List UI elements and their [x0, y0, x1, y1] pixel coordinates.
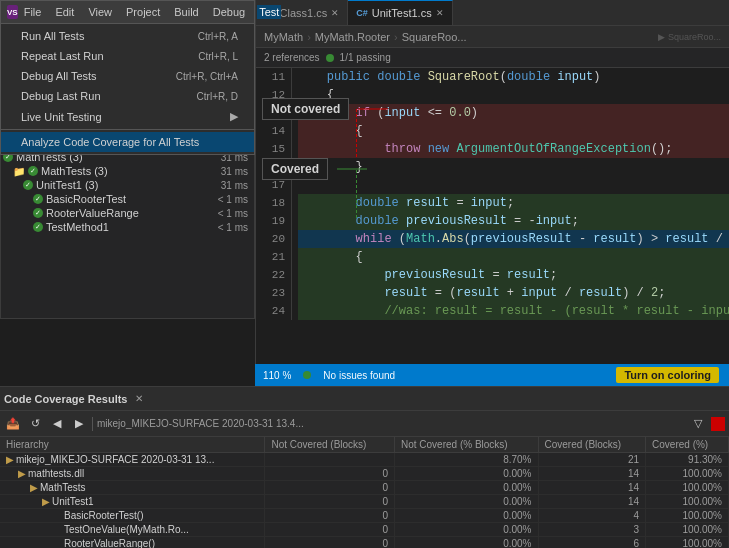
code-line-19: double previousResult = -input; [298, 212, 729, 230]
coverage-prev-btn[interactable]: ◀ [48, 415, 66, 433]
coverage-filter-btn[interactable]: ▽ [689, 415, 707, 433]
coverage-row-2[interactable]: ▶MathTests 0 0.00% 14 100.00% [0, 481, 729, 495]
code-line-22: previousResult = result; [298, 266, 729, 284]
cell-nc-blocks-6: 0 [265, 537, 395, 549]
cell-nc-blocks-4: 0 [265, 509, 395, 523]
menu-debug-all-tests[interactable]: Debug All Tests Ctrl+R, Ctrl+A [1, 66, 254, 86]
coverage-next-btn[interactable]: ▶ [70, 415, 88, 433]
tab-unittest1[interactable]: C# UnitTest1.cs ✕ [348, 0, 452, 25]
coverage-table-container[interactable]: Hierarchy Not Covered (Blocks) Not Cover… [0, 437, 729, 548]
menu-debug[interactable]: Debug [211, 5, 247, 19]
col-c-pct: Covered (%) [646, 437, 729, 453]
ref-count: 2 references [264, 52, 320, 63]
menu-items: Run All Tests Ctrl+R, A Repeat Last Run … [1, 24, 254, 154]
cell-hierarchy-0: ▶mikejo_MIKEJO-SURFACE 2020-03-31 13... [0, 453, 265, 467]
coverage-refresh-btn[interactable]: ↺ [26, 415, 44, 433]
coverage-row-1[interactable]: ▶mathtests.dll 0 0.00% 14 100.00% [0, 467, 729, 481]
pass-icon-4: ✓ [33, 208, 43, 218]
dashed-line-green [356, 170, 357, 218]
editor-statusbar: 110 % No issues found Turn on coloring [255, 364, 729, 386]
cell-c-blocks-5: 3 [538, 523, 646, 537]
menu-test[interactable]: Test [257, 5, 281, 19]
editor-refbar: 2 references 1/1 passing [256, 48, 729, 68]
code-lines[interactable]: public double SquareRoot(double input) {… [292, 68, 729, 320]
vs-logo-icon: VS [7, 5, 18, 19]
code-line-11: public double SquareRoot(double input) [298, 68, 729, 86]
cell-hierarchy-1: ▶mathtests.dll [0, 467, 265, 481]
menu-project[interactable]: Project [124, 5, 162, 19]
pass-icon-2: ✓ [23, 180, 33, 190]
cell-nc-pct-6: 0.00% [394, 537, 538, 549]
coverage-stop-btn[interactable] [711, 417, 725, 431]
menu-analyze-coverage[interactable]: Analyze Code Coverage for All Tests [1, 132, 254, 152]
code-line-18: double result = input; [298, 194, 729, 212]
test-tree-row-1[interactable]: 📁 ✓ MathTests (3) 31 ms [1, 164, 254, 178]
cell-c-pct-2: 100.00% [646, 481, 729, 495]
tab-close-unittest1[interactable]: ✕ [436, 8, 444, 18]
cell-c-pct-1: 100.00% [646, 467, 729, 481]
status-dot [303, 371, 311, 379]
cell-nc-blocks-1: 0 [265, 467, 395, 481]
menu-repeat-last-run[interactable]: Repeat Last Run Ctrl+R, L [1, 46, 254, 66]
cell-c-blocks-2: 14 [538, 481, 646, 495]
cell-nc-blocks-0 [265, 453, 395, 467]
menu-view[interactable]: View [86, 5, 114, 19]
test-tree-row-4[interactable]: ✓ RooterValueRange < 1 ms [1, 206, 254, 220]
menu-titlebar: VS File Edit View Project Build Debug Te… [1, 1, 254, 24]
cell-c-blocks-6: 6 [538, 537, 646, 549]
annotation-covered: Covered [262, 158, 328, 180]
pass-icon-3: ✓ [33, 194, 43, 204]
coverage-row-0[interactable]: ▶mikejo_MIKEJO-SURFACE 2020-03-31 13... … [0, 453, 729, 467]
col-nc-blocks: Not Covered (Blocks) [265, 437, 395, 453]
coverage-close-btn[interactable]: ✕ [135, 393, 143, 404]
cell-c-blocks-3: 14 [538, 495, 646, 509]
coverage-toolbar: 📤 ↺ ◀ ▶ mikejo_MIKEJO-SURFACE 2020-03-31… [0, 411, 729, 437]
code-line-14: { [298, 122, 729, 140]
code-line-21: { [298, 248, 729, 266]
cell-c-blocks-4: 4 [538, 509, 646, 523]
breadcrumb-sub[interactable]: MyMath.Rooter [315, 31, 390, 43]
cell-nc-pct-2: 0.00% [394, 481, 538, 495]
pass-icon-5: ✓ [33, 222, 43, 232]
code-line-20: while (Math.Abs(previousResult - result)… [298, 230, 729, 248]
cell-c-pct-0: 91.30% [646, 453, 729, 467]
pass-icon-1: ✓ [28, 166, 38, 176]
coverage-path: mikejo_MIKEJO-SURFACE 2020-03-31 13.4... [97, 418, 685, 429]
coverage-row-4[interactable]: BasicRooterTest() 0 0.00% 4 100.00% [0, 509, 729, 523]
breadcrumb-root[interactable]: MyMath [264, 31, 303, 43]
code-line-13: if (input <= 0.0) [298, 104, 729, 122]
coverage-row-3[interactable]: ▶UnitTest1 0 0.00% 14 100.00% [0, 495, 729, 509]
coverage-export-btn[interactable]: 📤 [4, 415, 22, 433]
cell-hierarchy-2: ▶MathTests [0, 481, 265, 495]
col-c-blocks: Covered (Blocks) [538, 437, 646, 453]
coverage-toolbar-sep [92, 417, 93, 431]
coverage-row-6[interactable]: RooterValueRange() 0 0.00% 6 100.00% [0, 537, 729, 549]
tab-close-class1[interactable]: ✕ [331, 8, 339, 18]
dashed-line-red [356, 109, 357, 157]
coverage-title: Code Coverage Results [4, 393, 127, 405]
code-line-12: { [298, 86, 729, 104]
menu-run-all-tests[interactable]: Run All Tests Ctrl+R, A [1, 26, 254, 46]
menu-build[interactable]: Build [172, 5, 200, 19]
cell-c-blocks-1: 14 [538, 467, 646, 481]
cell-nc-pct-0: 8.70% [394, 453, 538, 467]
cell-c-pct-5: 100.00% [646, 523, 729, 537]
cell-hierarchy-4: BasicRooterTest() [0, 509, 265, 523]
cell-nc-blocks-5: 0 [265, 523, 395, 537]
breadcrumb-method[interactable]: SquareRoo... [402, 31, 467, 43]
code-line-16: } [298, 158, 729, 176]
cell-c-pct-3: 100.00% [646, 495, 729, 509]
menu-edit[interactable]: Edit [53, 5, 76, 19]
menu-file[interactable]: File [22, 5, 44, 19]
cell-nc-pct-1: 0.00% [394, 467, 538, 481]
cell-hierarchy-3: ▶UnitTest1 [0, 495, 265, 509]
zoom-level: 110 % [263, 370, 291, 381]
menu-live-unit-testing[interactable]: Live Unit Testing ▶ [1, 106, 254, 127]
test-tree-row-5[interactable]: ✓ TestMethod1 < 1 ms [1, 220, 254, 234]
coverage-row-5[interactable]: TestOneValue(MyMath.Ro... 0 0.00% 3 100.… [0, 523, 729, 537]
menu-debug-last-run[interactable]: Debug Last Run Ctrl+R, D [1, 86, 254, 106]
test-tree-row-3[interactable]: ✓ BasicRooterTest < 1 ms [1, 192, 254, 206]
turn-on-coloring-button[interactable]: Turn on coloring [616, 367, 719, 383]
cell-c-pct-4: 100.00% [646, 509, 729, 523]
test-tree-row-2[interactable]: ✓ UnitTest1 (3) 31 ms [1, 178, 254, 192]
